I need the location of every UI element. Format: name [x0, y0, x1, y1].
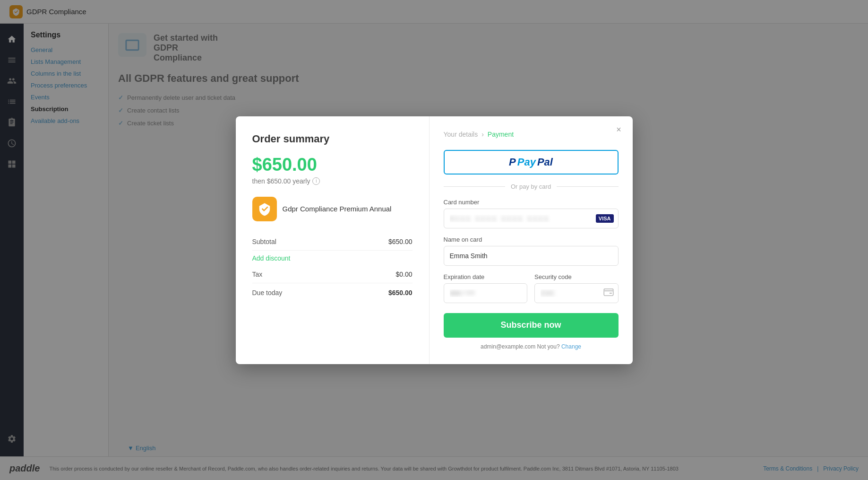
admin-change-link[interactable]: Change [561, 343, 581, 350]
product-name: Gdpr Compliance Premium Annual [283, 205, 392, 213]
name-on-card-label: Name on card [444, 236, 619, 243]
close-button[interactable]: × [612, 123, 626, 137]
svg-rect-2 [609, 292, 611, 293]
product-icon [252, 197, 277, 221]
subtotal-label: Subtotal [252, 238, 276, 245]
expiry-label: Expiration date [444, 273, 528, 280]
info-icon[interactable]: i [312, 177, 320, 185]
breadcrumb-separator: › [481, 131, 484, 138]
cvv-label: Security code [534, 273, 619, 280]
breadcrumb-payment: Payment [488, 131, 514, 138]
due-today-value: $650.00 [388, 289, 413, 297]
visa-badge: VISA [596, 214, 614, 223]
card-number-label: Card number [444, 199, 619, 206]
due-today-row: Due today $650.00 [252, 283, 413, 302]
order-price: $650.00 [252, 155, 413, 175]
paypal-button[interactable]: P Pay Pal [444, 150, 619, 175]
tax-row: Tax $0.00 [252, 266, 413, 283]
cvv-card-icon [603, 288, 614, 298]
expiry-input[interactable] [444, 283, 528, 303]
admin-email: admin@example.com [481, 343, 535, 350]
subtotal-row: Subtotal $650.00 [252, 233, 413, 251]
due-today-label: Due today [252, 289, 283, 297]
cvv-group: Security code [534, 273, 619, 303]
card-number-input[interactable] [444, 209, 619, 228]
tax-label: Tax [252, 271, 263, 278]
product-row: Gdpr Compliance Premium Annual [252, 197, 413, 221]
tax-value: $0.00 [395, 271, 412, 278]
expiry-cvv-row: Expiration date Security code [444, 273, 619, 311]
order-summary-panel: Order summary $650.00 then $650.00 yearl… [236, 116, 430, 364]
svg-rect-1 [604, 290, 613, 291]
checkout-modal: Order summary $650.00 then $650.00 yearl… [236, 116, 633, 364]
subtotal-value: $650.00 [388, 238, 413, 245]
svg-rect-0 [604, 288, 613, 295]
or-divider: Or pay by card [444, 183, 619, 190]
card-number-wrapper: VISA [444, 209, 619, 228]
breadcrumb-your-details: Your details [444, 131, 478, 138]
add-discount-link[interactable]: Add discount [252, 254, 291, 262]
paypal-logo: P Pay Pal [509, 156, 553, 168]
divider-line-left [444, 186, 505, 187]
breadcrumb: Your details › Payment [444, 131, 619, 138]
order-recurring: then $650.00 yearly i [252, 177, 413, 185]
admin-notice: admin@example.com Not you? Change [444, 343, 619, 350]
expiry-group: Expiration date [444, 273, 528, 303]
admin-not-you: Not you? [537, 343, 560, 350]
divider-line-right [557, 186, 618, 187]
or-pay-by-card-text: Or pay by card [511, 183, 551, 190]
payment-panel: × Your details › Payment P Pay Pal Or pa… [430, 116, 633, 364]
name-on-card-input[interactable] [444, 246, 619, 266]
name-on-card-group: Name on card [444, 236, 619, 266]
card-number-group: Card number VISA [444, 199, 619, 228]
subscribe-button[interactable]: Subscribe now [444, 313, 619, 338]
order-summary-title: Order summary [252, 133, 413, 145]
cvv-wrapper [534, 283, 619, 303]
discount-row: Add discount [252, 251, 413, 266]
